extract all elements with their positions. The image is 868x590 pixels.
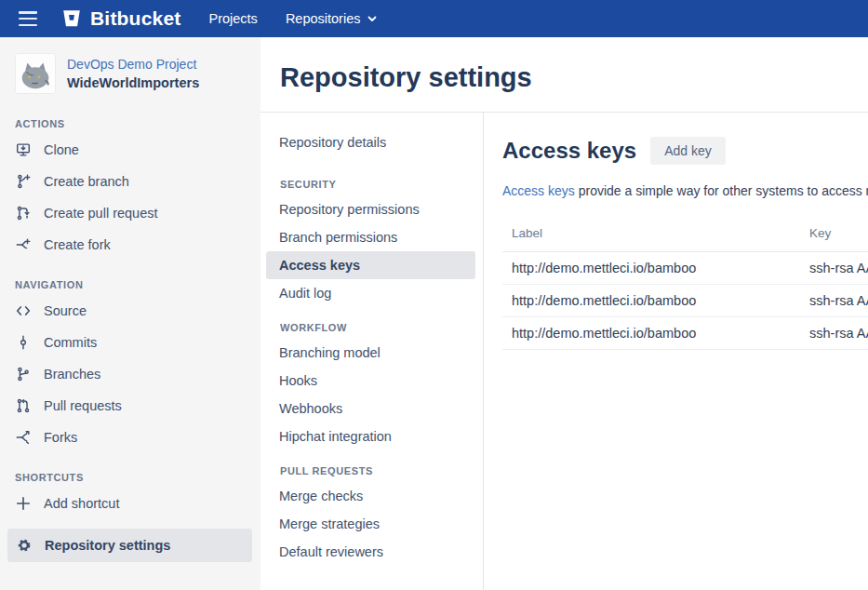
plus-icon xyxy=(15,495,32,512)
nav-repositories[interactable]: Repositories xyxy=(286,11,379,26)
key-value-cell: ssh-rsa AA xyxy=(800,252,868,285)
create-fork-icon xyxy=(15,236,32,253)
settings-section-security: SECURITY xyxy=(280,179,483,190)
table-row: http://demo.mettleci.io/bamboo ssh-rsa A… xyxy=(502,252,868,285)
key-label-cell: http://demo.mettleci.io/bamboo xyxy=(502,252,800,285)
sidebar-item-label: Clone xyxy=(44,142,79,157)
project-header: DevOps Demo Project WideWorldImporters xyxy=(0,37,260,100)
sidebar-item-forks[interactable]: Forks xyxy=(0,422,260,453)
key-label-cell: http://demo.mettleci.io/bamboo xyxy=(502,317,800,350)
sidebar-item-commits[interactable]: Commits xyxy=(0,327,260,358)
settings-nav-default-reviewers[interactable]: Default reviewers xyxy=(266,538,475,566)
settings-nav-hipchat-integration[interactable]: Hipchat integration xyxy=(266,422,475,450)
commits-icon xyxy=(15,334,32,351)
sidebar-item-label: Commits xyxy=(44,335,97,350)
brand-name: Bitbucket xyxy=(90,7,180,30)
pull-requests-icon xyxy=(15,397,32,414)
sidebar-item-pull-requests[interactable]: Pull requests xyxy=(0,390,260,422)
chevron-down-icon xyxy=(367,13,378,24)
table-row: http://demo.mettleci.io/bamboo ssh-rsa A… xyxy=(502,317,868,350)
column-header-key: Key xyxy=(800,221,868,252)
sidebar-item-label: Create fork xyxy=(44,237,111,252)
settings-nav-access-keys[interactable]: Access keys xyxy=(266,251,475,279)
sidebar-item-label: Branches xyxy=(44,367,100,382)
settings-nav-audit-log[interactable]: Audit log xyxy=(266,279,475,307)
key-label-cell: http://demo.mettleci.io/bamboo xyxy=(502,285,800,317)
sidebar-item-label: Add shortcut xyxy=(44,496,119,511)
settings-nav-repository-permissions[interactable]: Repository permissions xyxy=(266,195,475,223)
repo-sidebar: DevOps Demo Project WideWorldImporters A… xyxy=(0,37,260,590)
settings-nav-repository-details[interactable]: Repository details xyxy=(266,128,475,156)
repository-name: WideWorldImporters xyxy=(67,74,199,92)
gear-icon xyxy=(16,537,33,554)
access-keys-description: Access keys provide a simple way for oth… xyxy=(502,183,868,198)
sidebar-item-label: Create branch xyxy=(44,174,129,189)
access-keys-table: Label Key http://demo.mettleci.io/bamboo… xyxy=(502,221,868,350)
sidebar-section-navigation: NAVIGATION xyxy=(15,279,246,290)
page-title: Repository settings xyxy=(280,62,532,93)
sidebar-item-add-shortcut[interactable]: Add shortcut xyxy=(0,488,260,519)
bitbucket-logo[interactable]: Bitbucket xyxy=(61,7,180,30)
create-pull-request-icon xyxy=(15,205,32,221)
sidebar-item-label: Forks xyxy=(44,430,77,445)
page-header: Repository settings xyxy=(260,37,868,113)
forks-icon xyxy=(15,429,32,446)
settings-nav-hooks[interactable]: Hooks xyxy=(266,367,475,395)
top-nav: Bitbucket Projects Repositories xyxy=(0,0,868,37)
cat-avatar-image xyxy=(16,54,55,93)
sidebar-item-label: Repository settings xyxy=(45,538,170,553)
settings-nav-branching-model[interactable]: Branching model xyxy=(266,339,475,367)
sidebar-item-label: Create pull request xyxy=(44,206,158,221)
sidebar-section-shortcuts: SHORTCUTS xyxy=(15,472,246,483)
project-avatar[interactable] xyxy=(15,53,56,94)
add-key-button[interactable]: Add key xyxy=(650,137,726,165)
table-row: http://demo.mettleci.io/bamboo ssh-rsa A… xyxy=(502,285,868,317)
settings-nav-webhooks[interactable]: Webhooks xyxy=(266,395,475,422)
settings-section-pull-requests: PULL REQUESTS xyxy=(280,465,483,476)
sidebar-item-create-fork[interactable]: Create fork xyxy=(0,229,260,261)
access-keys-link[interactable]: Access keys xyxy=(502,183,575,198)
settings-nav-merge-strategies[interactable]: Merge strategies xyxy=(266,510,475,538)
main-area: Repository settings Repository details S… xyxy=(260,37,868,590)
bitbucket-bucket-icon xyxy=(61,8,82,29)
clone-icon xyxy=(15,141,32,158)
key-value-cell: ssh-rsa AA xyxy=(800,317,868,350)
sidebar-item-create-branch[interactable]: Create branch xyxy=(0,166,260,197)
sidebar-item-label: Pull requests xyxy=(44,398,122,413)
key-value-cell: ssh-rsa AA xyxy=(800,285,868,317)
settings-nav: Repository details SECURITY Repository p… xyxy=(260,113,484,590)
create-branch-icon xyxy=(15,173,32,190)
column-header-label: Label xyxy=(502,221,800,252)
branches-icon xyxy=(15,366,32,382)
settings-nav-merge-checks[interactable]: Merge checks xyxy=(266,482,475,510)
sidebar-item-branches[interactable]: Branches xyxy=(0,358,260,390)
sidebar-item-create-pull-request[interactable]: Create pull request xyxy=(0,197,260,229)
access-keys-heading: Access keys xyxy=(502,138,636,164)
nav-projects[interactable]: Projects xyxy=(208,11,257,26)
sidebar-item-source[interactable]: Source xyxy=(0,295,260,327)
project-name-link[interactable]: DevOps Demo Project xyxy=(67,55,199,74)
sidebar-item-clone[interactable]: Clone xyxy=(0,134,260,166)
sidebar-section-actions: ACTIONS xyxy=(15,118,246,129)
settings-section-workflow: WORKFLOW xyxy=(280,322,483,333)
sidebar-item-label: Source xyxy=(44,303,87,318)
bitbucket-app: Bitbucket Projects Repositories xyxy=(0,0,868,590)
sidebar-item-repository-settings[interactable]: Repository settings xyxy=(7,529,252,562)
settings-nav-branch-permissions[interactable]: Branch permissions xyxy=(266,223,475,251)
source-icon xyxy=(15,302,32,319)
table-header-row: Label Key xyxy=(502,221,868,252)
hamburger-menu-icon[interactable] xyxy=(19,11,37,26)
access-keys-panel: Access keys Add key Access keys provide … xyxy=(484,113,868,590)
